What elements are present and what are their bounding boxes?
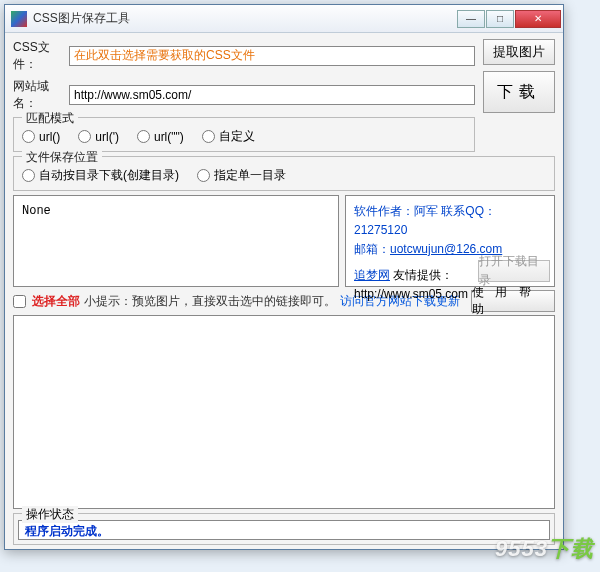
match-opt-url-double[interactable]: url("") <box>137 130 184 144</box>
open-download-dir-button[interactable]: 打开下载目录 <box>478 260 550 282</box>
author-label: 软件作者： <box>354 204 414 218</box>
close-button[interactable]: ✕ <box>515 10 561 28</box>
status-group: 操作状态 程序启动完成。 <box>13 513 555 545</box>
preview-area[interactable] <box>13 315 555 509</box>
match-opt-custom[interactable]: 自定义 <box>202 128 255 145</box>
client-area: CSS文件： 在此双击选择需要获取的CSS文件 网站域名： 匹配模式 url()… <box>5 33 563 549</box>
status-legend: 操作状态 <box>22 506 78 523</box>
app-window: CSS图片保存工具 — □ ✕ CSS文件： 在此双击选择需要获取的CSS文件 … <box>4 4 564 550</box>
watermark: 9553下载 <box>495 534 594 564</box>
css-file-label: CSS文件： <box>13 39 69 73</box>
select-all-checkbox[interactable] <box>13 295 26 308</box>
tip-text: 小提示：预览图片，直接双击选中的链接即可。 <box>84 293 336 310</box>
match-mode-legend: 匹配模式 <box>22 110 78 127</box>
status-text: 程序启动完成。 <box>18 520 550 540</box>
css-file-input[interactable]: 在此双击选择需要获取的CSS文件 <box>69 46 475 66</box>
qq-value: 21275120 <box>354 223 407 237</box>
save-opt-auto[interactable]: 自动按目录下载(创建目录) <box>22 167 179 184</box>
window-title: CSS图片保存工具 <box>33 10 456 27</box>
maximize-button[interactable]: □ <box>486 10 514 28</box>
download-button[interactable]: 下载 <box>483 71 555 113</box>
save-location-legend: 文件保存位置 <box>22 149 102 166</box>
result-list[interactable]: None <box>13 195 339 287</box>
domain-input[interactable] <box>69 85 475 105</box>
domain-label: 网站域名： <box>13 78 69 112</box>
titlebar[interactable]: CSS图片保存工具 — □ ✕ <box>5 5 563 33</box>
site-suffix: 友情提供： <box>393 268 453 282</box>
match-mode-group: 匹配模式 url() url(') url("") 自定义 <box>13 117 475 152</box>
extract-button[interactable]: 提取图片 <box>483 39 555 65</box>
minimize-button[interactable]: — <box>457 10 485 28</box>
site-name[interactable]: 追梦网 <box>354 268 390 282</box>
app-icon <box>11 11 27 27</box>
save-location-group: 文件保存位置 自动按目录下载(创建目录) 指定单一目录 <box>13 156 555 191</box>
info-panel: 软件作者：阿军 联系QQ：21275120 邮箱：uotcwujun@126.c… <box>345 195 555 287</box>
qq-label: 联系QQ： <box>441 204 496 218</box>
select-all-label: 选择全部 <box>32 293 80 310</box>
match-opt-url[interactable]: url() <box>22 130 60 144</box>
mail-label: 邮箱： <box>354 242 390 256</box>
save-opt-single[interactable]: 指定单一目录 <box>197 167 286 184</box>
match-opt-url-single[interactable]: url(') <box>78 130 119 144</box>
window-controls: — □ ✕ <box>456 10 561 28</box>
author-name: 阿军 <box>414 204 438 218</box>
